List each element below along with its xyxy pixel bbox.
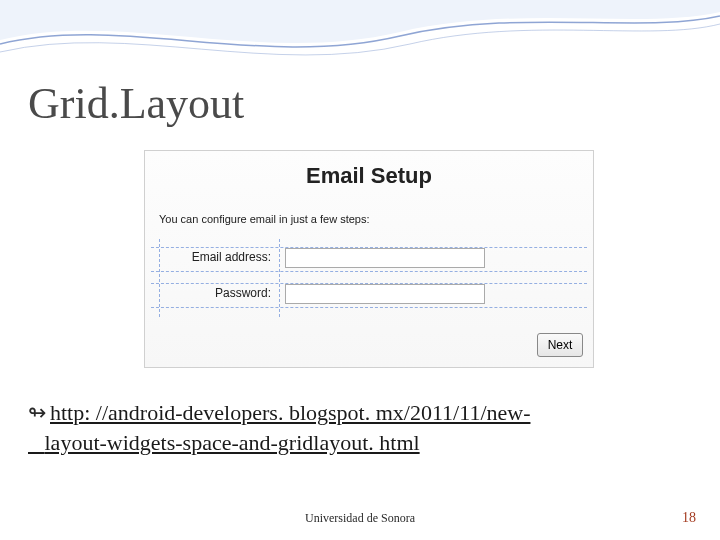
email-row: Email address: (145, 247, 593, 275)
reference-link[interactable]: http: //android-developers. blogspot. mx… (28, 400, 530, 455)
slide-title: Grid.Layout (28, 78, 244, 129)
email-field[interactable] (285, 248, 485, 268)
password-field[interactable] (285, 284, 485, 304)
link-line2: layout-widgets-space-and-gridlayout. htm… (45, 430, 420, 455)
next-button[interactable]: Next (537, 333, 583, 357)
grid-guide-horizontal (151, 307, 587, 308)
figure-title: Email Setup (145, 163, 593, 189)
password-row: Password: (145, 283, 593, 311)
decorative-wave (0, 0, 720, 90)
reference-link-block: ↬http: //android-developers. blogspot. m… (28, 398, 680, 457)
figure-subtitle: You can configure email in just a few st… (159, 213, 370, 225)
link-line1: http: //android-developers. blogspot. mx… (50, 400, 530, 425)
link-bullet-icon: ↬ (28, 398, 50, 428)
footer-text: Universidad de Sonora (0, 511, 720, 526)
email-setup-figure: Email Setup You can configure email in j… (144, 150, 594, 368)
email-label: Email address: (145, 250, 277, 264)
page-number: 18 (682, 510, 696, 526)
password-label: Password: (145, 286, 277, 300)
grid-guide-horizontal (151, 271, 587, 272)
